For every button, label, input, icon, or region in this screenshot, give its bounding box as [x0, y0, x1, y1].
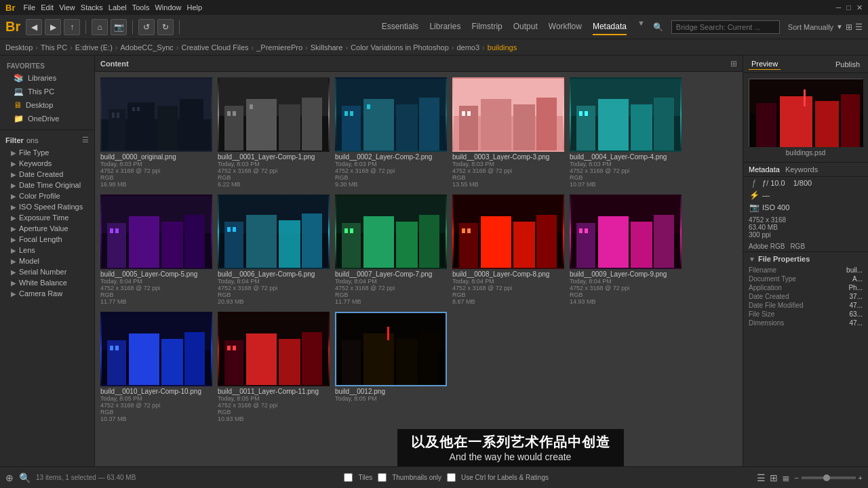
tiles-checkbox[interactable] [344, 473, 353, 482]
thumb-img-1[interactable] [218, 77, 330, 152]
back-button[interactable]: ◀ [26, 19, 42, 35]
path-colorvar[interactable]: Color Variations in Photoshop [351, 43, 449, 52]
thumb-img-11[interactable] [218, 312, 330, 386]
thumb-item-7[interactable]: build__0007_Layer-Comp-7.png Today, 8:04… [335, 195, 447, 306]
maximize-button[interactable]: □ [846, 3, 851, 12]
path-thispc[interactable]: This PC [41, 43, 67, 52]
view-icon[interactable]: ☰ [855, 22, 863, 32]
menu-label[interactable]: Label [108, 3, 127, 12]
camera-button[interactable]: 📷 [111, 19, 127, 35]
filter-model[interactable]: ▶ Model [0, 256, 94, 266]
tab-filmstrip[interactable]: Filmstrip [471, 19, 502, 35]
close-button[interactable]: ✕ [856, 3, 863, 12]
sidebar-item-desktop[interactable]: 🖥 Desktop [0, 98, 94, 112]
tab-preview[interactable]: Preview [749, 58, 781, 70]
tab-workflow[interactable]: Workflow [549, 19, 582, 35]
zoom-in-button[interactable]: + [859, 474, 863, 482]
path-ccfiles[interactable]: Creative Cloud Files [181, 43, 248, 52]
thumb-item-9[interactable]: build__0009_Layer-Comp-9.png Today, 8:04… [570, 195, 682, 306]
filter-iso[interactable]: ▶ ISO Speed Ratings [0, 201, 94, 212]
thumb-item-6[interactable]: build__0006_Layer-Comp-6.png Today, 8:04… [218, 195, 330, 306]
thumb-img-9[interactable] [570, 195, 682, 269]
more-tabs-button[interactable]: ▼ [637, 19, 645, 35]
menu-edit[interactable]: Edit [41, 3, 54, 12]
menu-stacks[interactable]: Stacks [81, 3, 103, 12]
content-view-toggle[interactable]: ⊞ [730, 59, 737, 68]
thumb-item-2[interactable]: build__0002_Layer-Comp-2.png Today, 8:03… [335, 77, 447, 189]
filter-date-created[interactable]: ▶ Date Created [0, 169, 94, 180]
thumb-img-10[interactable] [100, 312, 212, 386]
filter-exposure-time[interactable]: ▶ Exposure Time [0, 212, 94, 223]
path-premiere[interactable]: _PremierePro [256, 43, 302, 52]
thumb-img-3[interactable] [452, 77, 564, 152]
thumb-item-8[interactable]: build__0008_Layer-Comp-8.png Today, 8:04… [452, 195, 564, 306]
list-view-button[interactable]: ☰ [757, 472, 766, 483]
sidebar-item-thispc[interactable]: 💻 This PC [0, 85, 94, 98]
sidebar-item-libraries[interactable]: 📚 Libraries [0, 71, 94, 85]
rotate-left-button[interactable]: ↺ [138, 19, 155, 35]
thumb-item-3[interactable]: build__0003_Layer-Comp-3.png Today, 8:03… [452, 77, 564, 189]
filter-color-profile[interactable]: ▶ Color Profile [0, 190, 94, 201]
filter-datetime-original[interactable]: ▶ Date Time Original [0, 180, 94, 190]
forward-button[interactable]: ▶ [45, 19, 61, 35]
thumb-img-0[interactable] [100, 77, 212, 152]
filter-serial[interactable]: ▶ Serial Number [0, 266, 94, 277]
sidebar-item-onedrive[interactable]: 📁 OneDrive [0, 112, 94, 125]
filter-ons[interactable]: ons [26, 136, 39, 144]
thumb-img-5[interactable] [100, 195, 212, 269]
thumb-item-10[interactable]: build__0010_Layer-Comp-10.png Today, 8:0… [100, 312, 212, 424]
reveal-recent-button[interactable]: ⌂ [92, 19, 108, 35]
menu-tools[interactable]: Tools [132, 3, 150, 12]
path-skillshare[interactable]: Skillshare [311, 43, 343, 52]
thumb-item-5[interactable]: build__0005_Layer-Comp-5.png Today, 8:04… [100, 195, 212, 306]
content-scroll[interactable]: build__0000_original.png Today, 8:03 PM … [95, 72, 743, 466]
filter-lens[interactable]: ▶ Lens [0, 245, 94, 256]
filter-aperture[interactable]: ▶ Aperture Value [0, 223, 94, 234]
window-controls[interactable]: ─ □ ✕ [836, 3, 863, 12]
menu-help[interactable]: Help [187, 3, 203, 12]
detail-view-button[interactable]: ≣ [782, 472, 790, 483]
search-filter-icon[interactable]: 🔍 [19, 472, 31, 483]
thumb-item-12[interactable]: build__0012.png Today, 8:05 PM [335, 312, 447, 424]
thumb-item-1[interactable]: build__0001_Layer-Comp-1.png Today, 8:03… [218, 77, 330, 189]
thumbnail-icon[interactable]: ⊕ [5, 472, 14, 483]
thumb-img-12[interactable] [335, 312, 447, 386]
tab-libraries[interactable]: Libraries [429, 19, 460, 35]
filter-file-type[interactable]: ▶ File Type [0, 147, 94, 158]
zoom-handle[interactable] [823, 474, 830, 481]
menu-view[interactable]: View [59, 3, 75, 12]
thumb-img-4[interactable] [570, 77, 682, 152]
grid-view-button[interactable]: ⊞ [770, 472, 778, 483]
menu-window[interactable]: Window [155, 3, 181, 12]
thumb-item-4[interactable]: build__0004_Layer-Comp-4.png Today, 8:03… [570, 77, 682, 189]
zoom-out-button[interactable]: − [794, 474, 798, 482]
use-ctrl-checkbox[interactable] [447, 473, 456, 482]
file-properties-header[interactable]: ▼ File Properties [743, 251, 868, 266]
sort-chevron-icon[interactable]: ▼ [836, 23, 843, 30]
filter-camera-raw[interactable]: ▶ Camera Raw [0, 288, 94, 299]
filter-keywords[interactable]: ▶ Keywords [0, 158, 94, 169]
path-demo3[interactable]: demo3 [456, 43, 479, 52]
rotate-right-button[interactable]: ↻ [157, 19, 174, 35]
filter-focal-length[interactable]: ▶ Focal Length [0, 234, 94, 245]
path-adobecc[interactable]: AdobeCC_Sync [121, 43, 174, 52]
menu-bar[interactable]: File Edit View Stacks Label Tools Window… [23, 3, 202, 12]
thumb-img-7[interactable] [335, 195, 447, 269]
thumb-img-6[interactable] [218, 195, 330, 269]
path-buildings[interactable]: buildings [488, 43, 517, 52]
filter-wb[interactable]: ▶ White Balance [0, 277, 94, 288]
zoom-slider[interactable] [802, 476, 856, 479]
meta-tab-keywords[interactable]: Keywords [785, 165, 818, 174]
thumbnails-only-checkbox[interactable] [378, 473, 387, 482]
tab-output[interactable]: Output [513, 19, 538, 35]
menu-file[interactable]: File [23, 3, 35, 12]
tab-essentials[interactable]: Essentials [382, 19, 419, 35]
tab-metadata[interactable]: Metadata [593, 19, 627, 35]
path-desktop[interactable]: Desktop [5, 43, 33, 52]
meta-tab-metadata[interactable]: Metadata [749, 165, 780, 174]
filter-menu-icon[interactable]: ☰ [82, 136, 89, 144]
filter-icon[interactable]: ⊞ [846, 22, 852, 32]
minimize-button[interactable]: ─ [836, 3, 842, 12]
search-input[interactable] [671, 20, 780, 34]
up-button[interactable]: ↑ [64, 19, 80, 35]
